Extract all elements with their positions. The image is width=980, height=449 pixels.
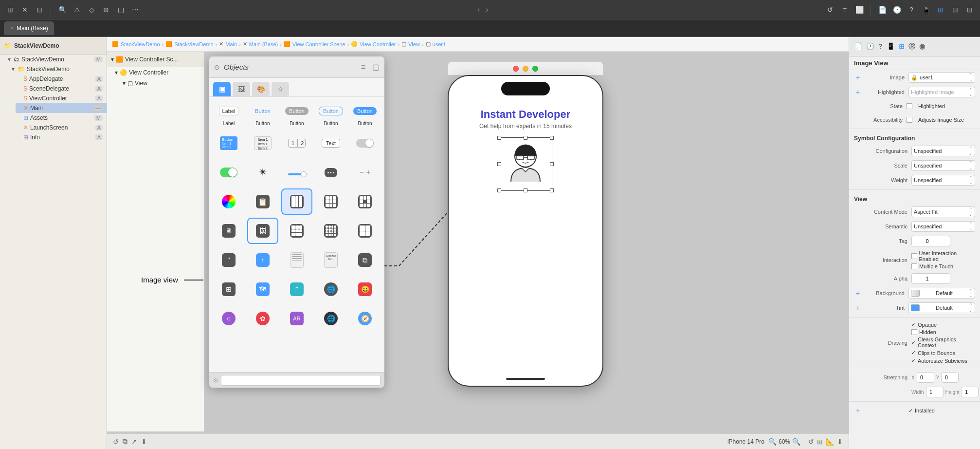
sidebar-item-info[interactable]: ⊞ Info A	[16, 132, 107, 142]
scene-tree-item-vc[interactable]: ▾ 🟡 View Controller	[107, 67, 204, 78]
bottom-right-icon-2[interactable]: ⊞	[817, 438, 823, 446]
rp-stretch-w[interactable]	[926, 387, 944, 397]
toolbar-icon-panel-side[interactable]: ⊟	[950, 4, 961, 15]
rp-plus-installed[interactable]: +	[854, 407, 862, 414]
rp-tab-clock[interactable]: 🕐	[866, 42, 874, 51]
rp-tab-var[interactable]: Ⓡ	[908, 42, 915, 51]
rp-highlighted-field[interactable]: Highlighted Image ⌃⌄	[908, 87, 975, 97]
toolbar-icon-devices[interactable]: 📱	[921, 4, 931, 15]
breadcrumb-item-8[interactable]: user1	[433, 41, 446, 47]
rp-interaction-cb1[interactable]	[911, 253, 917, 259]
rp-plus-image[interactable]: +	[854, 74, 862, 81]
rp-plus-highlight[interactable]: +	[854, 88, 862, 96]
toolbar-icon-list[interactable]: ≡	[839, 4, 850, 15]
object-grid-list[interactable]	[315, 188, 346, 215]
scene-tree-disclosure[interactable]: ▾	[111, 56, 114, 63]
object-map[interactable]: 🗺	[247, 276, 278, 302]
toolbar-icon-plus-circle[interactable]: ⊕	[101, 4, 111, 15]
sidebar-item-launchscreen[interactable]: ✕ LaunchScreen A	[16, 123, 107, 132]
sidebar-item-scenedelegate[interactable]: S SceneDelegate A	[16, 84, 107, 94]
object-doc-lines[interactable]	[281, 247, 312, 273]
object-color-wheel[interactable]	[213, 188, 244, 215]
toolbar-icon-search[interactable]: 🔍	[57, 4, 68, 15]
object-button-outline[interactable]: Button Button	[315, 101, 346, 127]
object-switch[interactable]	[213, 159, 244, 186]
object-slider[interactable]	[281, 159, 312, 186]
rp-plus-bg[interactable]: +	[854, 289, 862, 297]
object-grid-2[interactable]	[349, 218, 381, 244]
bottom-right-icon-1[interactable]: ↺	[808, 438, 814, 446]
rp-accessibility-checkbox[interactable]	[907, 117, 912, 123]
sidebar-item-stackviewdemo-sub[interactable]: ▾ 📁 StackViewDemo	[4, 64, 107, 74]
sidebar-item-viewcontroller[interactable]: S ViewController A	[16, 94, 107, 103]
toolbar-icon-clock[interactable]: 🕐	[891, 4, 902, 15]
rp-background-select[interactable]: Default ⌃⌄	[908, 288, 975, 299]
object-purple-circle[interactable]: ○	[213, 305, 244, 332]
object-quote[interactable]: "	[213, 247, 244, 273]
object-display[interactable]: 🖥	[213, 218, 244, 244]
toolbar-icon-grid[interactable]: ⊞	[5, 4, 16, 15]
object-compass[interactable]: 🧭	[349, 305, 381, 332]
sidebar-item-main[interactable]: ✕ Main —	[16, 103, 107, 113]
rp-interaction-cb2[interactable]	[911, 263, 917, 269]
rp-scale-select[interactable]: Unspecified ⌃⌄	[911, 160, 975, 171]
filter-input[interactable]	[221, 375, 381, 386]
object-columns-view[interactable]	[281, 188, 312, 215]
object-ar[interactable]: AR	[281, 305, 312, 332]
toolbar-icon-panel-bottom[interactable]: ⊡	[964, 4, 975, 15]
toolbar-icon-warning[interactable]: ⚠	[72, 4, 82, 15]
toolbar-icon-diamond[interactable]: ◇	[86, 4, 97, 15]
object-doc-text[interactable]: ExpertiseDoc...	[315, 247, 346, 273]
object-plus-minus[interactable]: −+	[349, 159, 381, 186]
object-toggle[interactable]	[349, 130, 381, 156]
zoom-out-button[interactable]: 🔍	[768, 438, 777, 446]
object-box-stack[interactable]: ⧉	[349, 247, 381, 273]
bottom-right-icon-3[interactable]: 📐	[826, 438, 834, 446]
rp-weight-select[interactable]: Unspecified ⌃⌄	[911, 175, 975, 186]
breadcrumb-item-7[interactable]: View	[408, 41, 420, 47]
rp-alpha-input[interactable]	[911, 273, 950, 284]
breadcrumb-item-5[interactable]: View Controller Scene	[292, 41, 345, 47]
toolbar-icon-file[interactable]: 📄	[877, 4, 888, 15]
object-table-view[interactable]: Item 1 Item 1 Item 2	[247, 130, 278, 156]
object-face-id[interactable]: 😀	[349, 276, 381, 302]
toolbar-icon-more[interactable]: ⋯	[130, 4, 141, 15]
object-pasteboard[interactable]: 📋	[247, 188, 278, 215]
rp-stretch-h[interactable]	[961, 387, 979, 397]
object-button-plain[interactable]: Button Button	[247, 101, 278, 127]
sidebar-item-appdelegate[interactable]: S AppDelegate A	[16, 74, 107, 84]
toolbar-icon-panel-right[interactable]: ⊞	[935, 4, 946, 15]
object-arrow-box[interactable]: ↑	[247, 247, 278, 273]
rp-tint-select[interactable]: Default ⌃⌄	[908, 302, 975, 313]
rp-tab-file[interactable]: 📄	[854, 42, 862, 51]
tab-close-icon[interactable]: ✕	[10, 25, 14, 31]
objects-tab-favorites[interactable]: ☆	[272, 82, 289, 96]
object-button-blue[interactable]: Button Button	[349, 101, 381, 127]
object-table-static[interactable]: Button Item 1 Item 2	[213, 130, 244, 156]
toolbar-icon-minus[interactable]: ⊟	[34, 4, 45, 15]
object-pink-flower[interactable]: ✿	[247, 305, 278, 332]
objects-tab-ui[interactable]: ▣	[213, 82, 231, 96]
rp-stretch-y[interactable]	[941, 372, 959, 383]
rp-config-select[interactable]: Unspecified ⌃⌄	[911, 146, 975, 156]
object-activity[interactable]: ✴	[247, 159, 278, 186]
bottom-icon-3[interactable]: ↗	[131, 438, 137, 446]
object-grid-alt[interactable]	[349, 188, 381, 215]
rp-tab-device[interactable]: 📱	[887, 42, 895, 51]
object-dots-grid[interactable]	[315, 218, 346, 244]
object-stepper[interactable]: 1 2	[281, 130, 312, 156]
sidebar-item-assets[interactable]: ⊞ Assets M	[16, 113, 107, 123]
breadcrumb-item-1[interactable]: StackViewDemo	[121, 41, 160, 47]
rp-tab-target[interactable]: ◉	[919, 42, 925, 51]
toolbar-icon-rect[interactable]: ▢	[115, 4, 126, 15]
rp-tab-help[interactable]: ?	[878, 42, 883, 51]
toolbar-icon-refresh[interactable]: ↺	[825, 4, 835, 15]
objects-tab-colors[interactable]: 🎨	[252, 82, 270, 96]
objects-filter-icon[interactable]: ⊙	[214, 63, 220, 71]
object-copy-stack[interactable]: ⊞	[213, 276, 244, 302]
toolbar-icon-stop[interactable]: ✕	[19, 4, 30, 15]
main-tab[interactable]: ✕ Main (Base)	[4, 21, 54, 35]
object-text-field[interactable]: Text	[315, 130, 346, 156]
breadcrumb-item-6[interactable]: View Controller	[360, 41, 396, 47]
bottom-icon-1[interactable]: ↺	[113, 438, 119, 446]
